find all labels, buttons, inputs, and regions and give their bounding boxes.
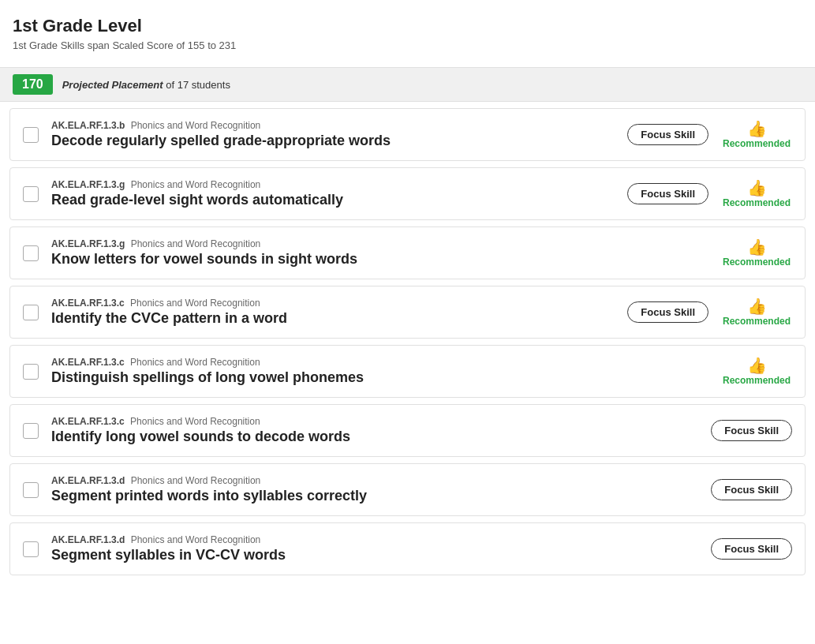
skill-checkbox[interactable] bbox=[23, 423, 39, 439]
skill-info: AK.ELA.RF.1.3.c Phonics and Word Recogni… bbox=[51, 298, 627, 327]
skill-item: AK.ELA.RF.1.3.g Phonics and Word Recogni… bbox=[9, 227, 806, 279]
recommended-block: 👍Recommended bbox=[721, 180, 792, 208]
skill-item: AK.ELA.RF.1.3.g Phonics and Word Recogni… bbox=[9, 167, 806, 220]
skill-item: AK.ELA.RF.1.3.c Phonics and Word Recogni… bbox=[9, 404, 806, 457]
projected-bar: 170 Projected Placement of 17 students bbox=[0, 67, 815, 102]
skill-actions: 👍Recommended bbox=[721, 358, 792, 386]
skill-name: Know letters for vowel sounds in sight w… bbox=[51, 251, 721, 268]
skill-code: AK.ELA.RF.1.3.b Phonics and Word Recogni… bbox=[51, 120, 627, 131]
recommended-block: 👍Recommended bbox=[721, 239, 792, 268]
skill-info: AK.ELA.RF.1.3.b Phonics and Word Recogni… bbox=[51, 120, 627, 149]
projected-label: Projected Placement bbox=[62, 79, 163, 91]
header-section: 1st Grade Level 1st Grade Skills span Sc… bbox=[0, 16, 815, 61]
skill-checkbox[interactable] bbox=[23, 364, 39, 380]
skill-actions: Focus Skill👍Recommended bbox=[627, 180, 792, 208]
skill-checkbox[interactable] bbox=[23, 186, 39, 202]
skill-code: AK.ELA.RF.1.3.c Phonics and Word Recogni… bbox=[51, 357, 721, 368]
skill-checkbox[interactable] bbox=[23, 541, 39, 557]
skill-info: AK.ELA.RF.1.3.d Phonics and Word Recogni… bbox=[51, 534, 711, 564]
recommended-label: Recommended bbox=[723, 138, 791, 149]
page-container: 1st Grade Level 1st Grade Skills span Sc… bbox=[0, 0, 815, 575]
recommended-block: 👍Recommended bbox=[721, 121, 792, 149]
skill-actions: Focus Skill👍Recommended bbox=[627, 121, 792, 149]
recommended-label: Recommended bbox=[723, 256, 791, 268]
skill-actions: Focus Skill bbox=[711, 420, 792, 441]
skill-actions: Focus Skill👍Recommended bbox=[627, 298, 792, 327]
skill-name: Read grade-level sight words automatical… bbox=[51, 192, 627, 208]
skill-name: Segment printed words into syllables cor… bbox=[51, 488, 711, 504]
focus-skill-button[interactable]: Focus Skill bbox=[711, 538, 792, 560]
skill-code: AK.ELA.RF.1.3.g Phonics and Word Recogni… bbox=[51, 238, 721, 249]
skill-code: AK.ELA.RF.1.3.c Phonics and Word Recogni… bbox=[51, 416, 711, 427]
skills-list: AK.ELA.RF.1.3.b Phonics and Word Recogni… bbox=[0, 108, 815, 575]
skill-code: AK.ELA.RF.1.3.g Phonics and Word Recogni… bbox=[51, 179, 627, 190]
skill-code: AK.ELA.RF.1.3.c Phonics and Word Recogni… bbox=[51, 298, 627, 309]
skill-item: AK.ELA.RF.1.3.b Phonics and Word Recogni… bbox=[9, 108, 806, 161]
recommended-block: 👍Recommended bbox=[721, 298, 792, 327]
grade-subtitle: 1st Grade Skills span Scaled Score of 15… bbox=[13, 39, 802, 51]
thumbs-up-icon: 👍 bbox=[747, 180, 767, 196]
skill-checkbox[interactable] bbox=[23, 305, 39, 320]
skill-info: AK.ELA.RF.1.3.c Phonics and Word Recogni… bbox=[51, 416, 711, 445]
thumbs-up-icon: 👍 bbox=[747, 358, 767, 373]
skill-name: Distinguish spellings of long vowel phon… bbox=[51, 369, 721, 386]
skill-name: Segment syllables in VC-CV words bbox=[51, 547, 711, 564]
skill-code: AK.ELA.RF.1.3.d Phonics and Word Recogni… bbox=[51, 534, 711, 545]
skill-actions: Focus Skill bbox=[711, 538, 792, 560]
thumbs-up-icon: 👍 bbox=[747, 298, 767, 314]
skill-item: AK.ELA.RF.1.3.c Phonics and Word Recogni… bbox=[9, 286, 806, 339]
recommended-label: Recommended bbox=[723, 316, 791, 327]
score-badge: 170 bbox=[13, 74, 53, 95]
skill-item: AK.ELA.RF.1.3.c Phonics and Word Recogni… bbox=[9, 345, 806, 398]
skill-name: Identify the CVCe pattern in a word bbox=[51, 310, 627, 327]
skill-name: Decode regularly spelled grade-appropria… bbox=[51, 133, 627, 149]
skill-checkbox[interactable] bbox=[23, 482, 39, 498]
skill-info: AK.ELA.RF.1.3.g Phonics and Word Recogni… bbox=[51, 179, 627, 208]
skill-info: AK.ELA.RF.1.3.c Phonics and Word Recogni… bbox=[51, 357, 721, 386]
grade-title: 1st Grade Level bbox=[13, 16, 802, 36]
skill-info: AK.ELA.RF.1.3.d Phonics and Word Recogni… bbox=[51, 475, 711, 504]
skill-info: AK.ELA.RF.1.3.g Phonics and Word Recogni… bbox=[51, 238, 721, 268]
focus-skill-button[interactable]: Focus Skill bbox=[711, 420, 792, 441]
skill-actions: 👍Recommended bbox=[721, 239, 792, 268]
skill-name: Identify long vowel sounds to decode wor… bbox=[51, 429, 711, 445]
focus-skill-button[interactable]: Focus Skill bbox=[627, 124, 708, 145]
projected-suffix: of 17 students bbox=[166, 79, 230, 91]
skill-actions: Focus Skill bbox=[711, 479, 792, 500]
skill-code: AK.ELA.RF.1.3.d Phonics and Word Recogni… bbox=[51, 475, 711, 486]
focus-skill-button[interactable]: Focus Skill bbox=[627, 301, 708, 323]
skill-checkbox[interactable] bbox=[23, 245, 39, 261]
skill-item: AK.ELA.RF.1.3.d Phonics and Word Recogni… bbox=[9, 463, 806, 516]
skill-item: AK.ELA.RF.1.3.d Phonics and Word Recogni… bbox=[9, 522, 806, 575]
recommended-label: Recommended bbox=[723, 375, 791, 386]
thumbs-up-icon: 👍 bbox=[747, 121, 767, 137]
recommended-label: Recommended bbox=[723, 197, 791, 208]
focus-skill-button[interactable]: Focus Skill bbox=[711, 479, 792, 500]
thumbs-up-icon: 👍 bbox=[747, 239, 767, 255]
projected-text: Projected Placement of 17 students bbox=[62, 79, 230, 91]
skill-checkbox[interactable] bbox=[23, 127, 39, 143]
focus-skill-button[interactable]: Focus Skill bbox=[627, 183, 708, 204]
recommended-block: 👍Recommended bbox=[721, 358, 792, 386]
